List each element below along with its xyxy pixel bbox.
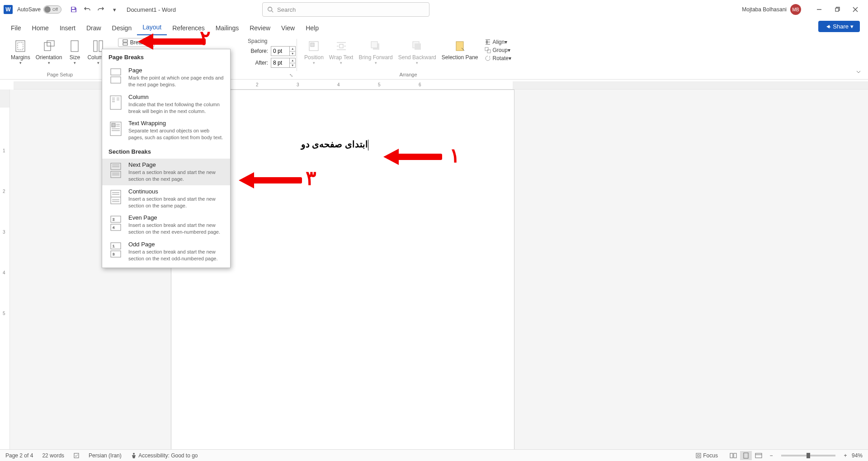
break-odd-page[interactable]: 13 Odd PageInsert a section break and st…	[102, 238, 230, 265]
view-read-icon[interactable]	[727, 451, 739, 460]
autosave-toggle[interactable]: Off	[43, 5, 61, 14]
svg-rect-46	[755, 453, 762, 458]
tab-mailings[interactable]: Mailings	[210, 21, 244, 35]
status-language[interactable]: Persian (Iran)	[89, 452, 122, 459]
status-words[interactable]: 22 words	[42, 452, 64, 459]
tab-design[interactable]: Design	[107, 21, 137, 35]
search-input[interactable]: Search	[262, 2, 429, 17]
zoom-level[interactable]: 94%	[852, 452, 863, 459]
group-page-setup: Margins▾ Orientation▾ Size▾ Columns▾ Pag…	[5, 37, 115, 79]
zoom-out-button[interactable]: −	[765, 451, 777, 460]
status-bar: Page 2 of 4 22 words Persian (Iran) Acce…	[0, 449, 868, 461]
zoom-in-button[interactable]: +	[840, 451, 851, 460]
annotation-arrow-3	[252, 177, 302, 183]
group-button[interactable]: Group ▾	[483, 46, 513, 54]
spacing-header: Spacing	[248, 38, 296, 44]
vertical-ruler[interactable]: 12345	[0, 89, 10, 449]
text-wrap-break-icon	[108, 120, 124, 138]
spacing-after-input[interactable]: ▲▼	[271, 58, 296, 68]
selection-pane-button[interactable]: Selection Pane	[439, 37, 481, 67]
odd-page-break-icon: 13	[108, 241, 124, 259]
svg-rect-28	[111, 163, 121, 169]
tab-insert[interactable]: Insert	[54, 21, 81, 35]
rotate-button[interactable]: Rotate ▾	[483, 54, 513, 62]
redo-icon[interactable]	[96, 5, 106, 14]
align-button[interactable]: Align ▾	[483, 38, 513, 46]
send-backward-button[interactable]: Send Backward▾	[396, 37, 439, 67]
svg-rect-9	[94, 41, 97, 52]
spacing-before-input[interactable]: ▲▼	[271, 46, 296, 56]
minimize-button[interactable]	[810, 3, 828, 16]
svg-rect-6	[44, 42, 51, 51]
spacing-before-label: Before:	[248, 48, 268, 54]
user-avatar[interactable]: MB	[790, 4, 801, 15]
margins-button[interactable]: Margins▾	[8, 37, 33, 67]
zoom-slider[interactable]	[781, 455, 835, 456]
tab-file[interactable]: File	[5, 21, 27, 35]
break-column[interactable]: ColumnIndicate that the text following t…	[102, 91, 230, 118]
spacing-after-label: After:	[248, 60, 268, 66]
position-button[interactable]: Position▾	[302, 37, 326, 67]
svg-rect-8	[71, 41, 78, 52]
continuous-break-icon	[108, 188, 124, 206]
tab-layout[interactable]: Layout	[137, 20, 167, 35]
ribbon-collapse-icon[interactable]	[855, 69, 862, 76]
svg-text:3: 3	[113, 252, 115, 256]
page-breaks-header: Page Breaks	[102, 49, 230, 64]
bring-forward-button[interactable]: Bring Forward▾	[356, 37, 395, 67]
focus-button[interactable]: Focus	[695, 452, 718, 459]
break-continuous[interactable]: ContinuousInsert a section break and sta…	[102, 185, 230, 212]
svg-rect-14	[311, 43, 314, 47]
svg-rect-45	[744, 453, 748, 458]
focus-icon	[695, 452, 702, 459]
word-logo: W	[4, 5, 13, 14]
annotation-label-2: ۲	[200, 26, 211, 50]
svg-rect-41	[696, 453, 701, 458]
group-label-page-setup: Page Setup	[47, 72, 73, 79]
ribbon-tabs: File Home Insert Draw Design Layout Refe…	[0, 19, 868, 35]
svg-rect-20	[456, 42, 463, 51]
view-print-icon[interactable]	[740, 451, 752, 460]
restore-button[interactable]	[828, 3, 846, 16]
tab-draw[interactable]: Draw	[81, 21, 107, 35]
size-button[interactable]: Size▾	[65, 37, 85, 67]
paragraph-launcher-icon[interactable]: ⤡	[289, 73, 295, 78]
tab-view[interactable]: View	[276, 21, 300, 35]
status-accessibility[interactable]: Accessibility: Good to go	[131, 452, 198, 459]
svg-rect-0	[72, 7, 75, 9]
break-text-wrapping[interactable]: Text WrappingSeparate text around object…	[102, 117, 230, 144]
view-web-icon[interactable]	[753, 451, 764, 460]
svg-rect-42	[698, 455, 699, 456]
tab-help[interactable]: Help	[300, 21, 324, 35]
autosave-label: AutoSave	[17, 6, 41, 13]
user-name[interactable]: Mojtaba Bolhasani	[742, 6, 787, 13]
rotate-icon	[485, 55, 491, 61]
svg-rect-24	[111, 77, 121, 83]
save-icon[interactable]	[69, 5, 79, 14]
orientation-button[interactable]: Orientation▾	[33, 37, 65, 67]
text-line[interactable]: ابتدای صفحه‌ی دو	[301, 139, 369, 151]
svg-rect-1	[72, 10, 75, 12]
status-page[interactable]: Page 2 of 4	[5, 452, 33, 459]
break-page[interactable]: PageMark the point at which one page end…	[102, 64, 230, 91]
even-page-break-icon: 24	[108, 214, 124, 232]
svg-rect-25	[110, 96, 121, 109]
share-button[interactable]: Share ▾	[818, 21, 860, 32]
accessibility-icon	[131, 452, 137, 459]
wrap-text-button[interactable]: Wrap Text▾	[326, 37, 356, 67]
svg-rect-43	[730, 453, 733, 458]
break-even-page[interactable]: 24 Even PageInsert a section break and s…	[102, 212, 230, 238]
svg-rect-17	[371, 42, 377, 48]
qat-dropdown-icon[interactable]: ▾	[109, 5, 119, 14]
title-bar: W AutoSave Off ▾ Document1 - Word Search…	[0, 0, 868, 19]
svg-point-2	[268, 7, 272, 11]
undo-icon[interactable]	[82, 5, 92, 14]
svg-rect-22	[487, 50, 491, 53]
close-button[interactable]	[846, 3, 864, 16]
tab-home[interactable]: Home	[27, 21, 54, 35]
break-next-page[interactable]: Next PageInsert a section break and star…	[102, 159, 230, 185]
status-proofing-icon[interactable]	[73, 452, 80, 459]
tab-review[interactable]: Review	[244, 21, 276, 35]
group-spacing: Spacing Before: ▲▼ After: ▲▼ ⤡	[248, 37, 296, 79]
section-breaks-header: Section Breaks	[102, 144, 230, 159]
